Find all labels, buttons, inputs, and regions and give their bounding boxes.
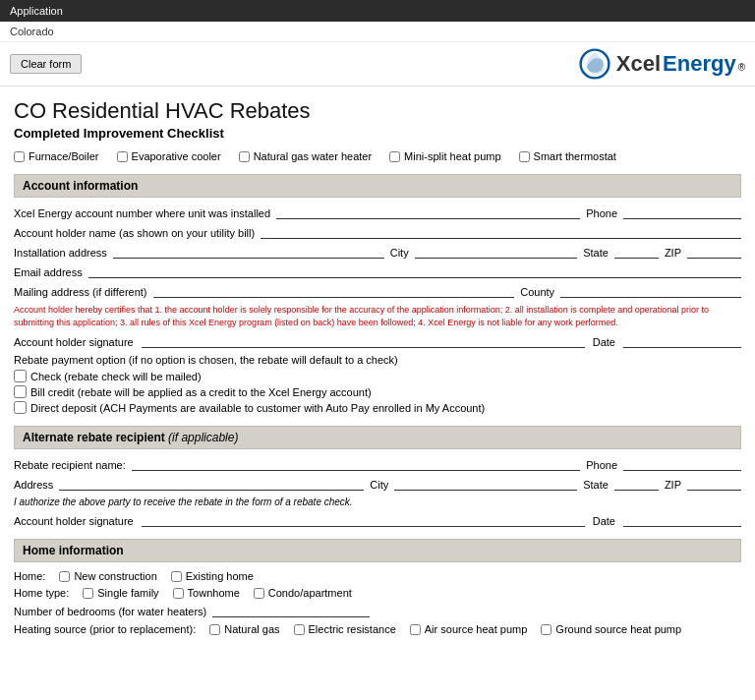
checklist-checkbox-heat-pump[interactable] — [389, 151, 400, 162]
checklist-checkbox-thermostat[interactable] — [519, 151, 530, 162]
new-construction-checkbox[interactable] — [59, 571, 70, 582]
condo-checkbox[interactable] — [254, 588, 264, 599]
air-source-checkbox[interactable] — [410, 624, 421, 635]
home-type-row: Home: New construction Existing home — [14, 570, 741, 582]
recipient-address-field[interactable] — [59, 477, 364, 491]
natural-gas-checkbox[interactable] — [209, 624, 220, 635]
mailing-row: Mailing address (if different) County — [14, 284, 741, 298]
alt-signature-row: Account holder signature Date — [14, 513, 741, 527]
single-family-checkbox[interactable] — [83, 588, 93, 599]
account-holder-label: Account holder name (as shown on your ut… — [14, 227, 255, 239]
alt-date-field[interactable] — [623, 513, 741, 527]
checklist-item-thermostat: Smart thermostat — [519, 150, 616, 162]
alt-signature-label: Account holder signature — [14, 515, 134, 527]
heating-source-row: Heating source (prior to replacement): N… — [14, 623, 741, 635]
checklist-label-evaporative: Evaporative cooler — [132, 150, 221, 162]
logo-energy: Energy — [663, 51, 736, 77]
mailing-field[interactable] — [153, 284, 515, 298]
logo: Xcel Energy ® — [579, 48, 745, 80]
rebate-option-check: Check (rebate check will be mailed) — [14, 370, 741, 382]
checklist-item-heat-pump: Mini-split heat pump — [389, 150, 500, 162]
checklist-checkbox-furnace[interactable] — [14, 151, 25, 162]
account-info-header: Account information — [14, 174, 741, 198]
alt-date-label: Date — [593, 515, 615, 527]
single-family-label: Single family — [97, 587, 158, 599]
checklist-checkbox-evaporative[interactable] — [117, 151, 128, 162]
rebate-bill-credit-checkbox[interactable] — [14, 385, 27, 398]
condo-item: Condo/apartment — [254, 587, 352, 599]
ground-source-checkbox[interactable] — [541, 624, 552, 635]
bedrooms-field[interactable] — [212, 604, 370, 617]
zip-field[interactable] — [687, 245, 741, 259]
home-info-header: Home information — [14, 539, 741, 562]
bedrooms-label: Number of bedrooms (for water heaters) — [14, 606, 206, 617]
natural-gas-label: Natural gas — [224, 623, 279, 635]
recipient-name-row: Rebate recipient name: Phone — [14, 457, 741, 471]
alternate-recipient-header-sub: (if applicable) — [165, 431, 239, 444]
account-info-header-text: Account information — [23, 179, 138, 193]
date-label: Date — [593, 336, 615, 348]
recipient-name-field[interactable] — [132, 457, 580, 471]
home-info-section: Home information Home: New construction … — [14, 539, 741, 635]
page-title: CO Residential HVAC Rebates — [14, 98, 741, 124]
recipient-zip-field[interactable] — [687, 477, 741, 491]
air-source-item: Air source heat pump — [410, 623, 528, 635]
xcel-logo-icon — [579, 48, 610, 80]
checklist-item-evaporative: Evaporative cooler — [117, 150, 221, 162]
county-label: County — [520, 286, 554, 298]
state-field[interactable] — [614, 245, 659, 259]
recipient-city-label: City — [370, 479, 388, 491]
home-type-label: Home type: — [14, 587, 69, 599]
home-structure-row: Home type: Single family Townhome Condo/… — [14, 587, 741, 599]
logo-registered: ® — [738, 62, 745, 73]
rebate-direct-deposit-checkbox[interactable] — [14, 401, 27, 414]
county-field[interactable] — [560, 284, 741, 298]
electric-resistance-label: Electric resistance — [309, 623, 396, 635]
existing-home-checkbox[interactable] — [171, 571, 182, 582]
checklist-checkbox-gas-water-heater[interactable] — [239, 151, 250, 162]
email-label: Email address — [14, 266, 83, 278]
townhome-checkbox[interactable] — [173, 588, 184, 599]
home-label: Home: — [14, 570, 45, 582]
rebate-bill-credit-label: Bill credit (rebate will be applied as a… — [30, 386, 372, 398]
alt-signature-field[interactable] — [142, 513, 585, 527]
city-field[interactable] — [415, 245, 578, 259]
account-holder-field[interactable] — [261, 225, 741, 239]
authorization-text: I authorize the above party to receive t… — [14, 496, 741, 507]
recipient-phone-field[interactable] — [623, 457, 741, 471]
zip-label: ZIP — [665, 247, 681, 259]
rebate-check-checkbox[interactable] — [14, 370, 27, 382]
email-field[interactable] — [88, 264, 741, 278]
address-field[interactable] — [113, 245, 384, 259]
rebate-option-direct-deposit: Direct deposit (ACH Payments are availab… — [14, 401, 741, 414]
state-bar: Colorado — [0, 22, 755, 42]
phone-label: Phone — [586, 207, 617, 219]
toolbar: Clear form Xcel Energy ® — [0, 42, 755, 87]
account-info-section: Account information Xcel Energy account … — [14, 174, 741, 414]
new-construction-label: New construction — [74, 570, 156, 582]
city-label: City — [390, 247, 409, 259]
date-field[interactable] — [623, 334, 741, 348]
clear-form-button[interactable]: Clear form — [10, 54, 82, 74]
account-number-field[interactable] — [276, 205, 580, 219]
address-label: Installation address — [14, 247, 107, 259]
natural-gas-item: Natural gas — [209, 623, 279, 635]
rebate-check-label: Check (rebate check will be mailed) — [30, 371, 202, 382]
phone-field[interactable] — [623, 205, 741, 219]
account-holder-row: Account holder name (as shown on your ut… — [14, 225, 741, 239]
disclaimer-text: Account holder hereby certifies that 1. … — [14, 304, 741, 328]
electric-resistance-checkbox[interactable] — [294, 624, 305, 635]
checklist-label-heat-pump: Mini-split heat pump — [404, 150, 500, 162]
recipient-city-field[interactable] — [394, 477, 577, 491]
recipient-state-field[interactable] — [614, 477, 659, 491]
rebate-direct-deposit-label: Direct deposit (ACH Payments are availab… — [30, 402, 485, 414]
alternate-recipient-header-text: Alternate rebate recipient — [23, 431, 165, 444]
main-content: CO Residential HVAC Rebates Completed Im… — [0, 87, 755, 659]
heating-source-label: Heating source (prior to replacement): — [14, 623, 196, 635]
home-info-header-text: Home information — [23, 544, 124, 557]
ground-source-label: Ground source heat pump — [555, 623, 681, 635]
state-label: Colorado — [10, 26, 54, 37]
page-subtitle: Completed Improvement Checklist — [14, 126, 741, 141]
townhome-item: Townhome — [173, 587, 240, 599]
signature-field[interactable] — [142, 334, 585, 348]
